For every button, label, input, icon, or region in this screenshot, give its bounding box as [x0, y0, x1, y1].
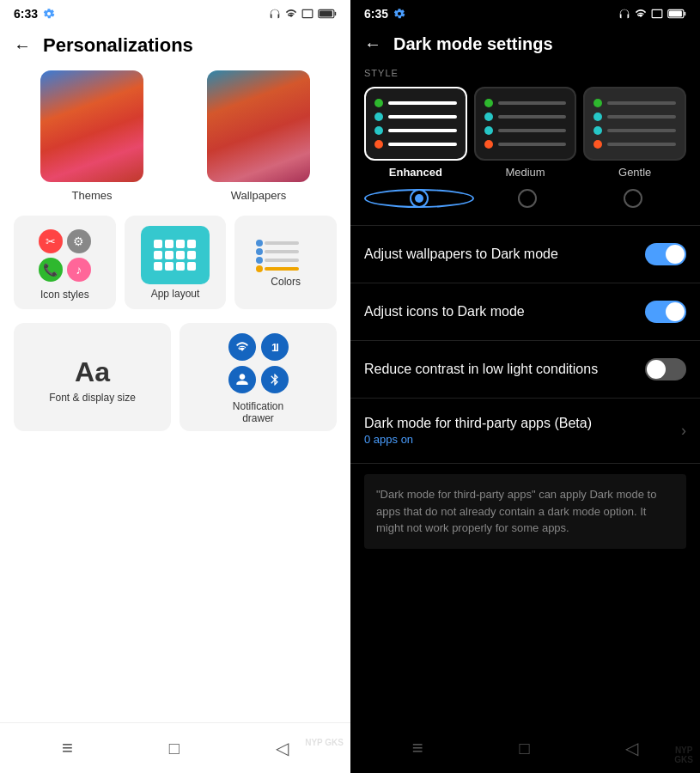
battery-icon-right [667, 9, 686, 19]
svg-rect-4 [669, 10, 682, 16]
left-menu-nav[interactable]: ≡ [62, 737, 73, 759]
radio-row [350, 186, 700, 222]
app-layout-dots [150, 236, 199, 274]
icon-gray: ⚙ [67, 229, 91, 253]
person-notif-icon [235, 373, 249, 386]
icon-styles-label: Icon styles [40, 289, 89, 301]
icon-red: ✂ [39, 229, 63, 253]
wifi-notif-icon [235, 340, 249, 354]
bluetooth-notif-icon [268, 373, 282, 386]
right-menu-nav[interactable]: ≡ [412, 737, 423, 759]
right-bottom-nav: ≡ □ ◁ NYP GKS [350, 723, 700, 773]
style-gentle[interactable]: Gentle [583, 87, 686, 179]
notif-icons-grid: 1l [225, 330, 292, 397]
radio-medium-container[interactable] [474, 189, 581, 208]
line-g3 [607, 129, 676, 132]
dot-green-1 [374, 99, 383, 107]
dot-orange-g [593, 140, 602, 149]
left-status-time: 6:33 [14, 7, 55, 21]
dot-teal-m1 [484, 113, 493, 121]
themes-thumbnail [40, 70, 143, 182]
toggle-wallpapers[interactable] [645, 243, 686, 265]
font-display: Aa [75, 356, 110, 388]
line-m4 [498, 143, 567, 146]
info-text: "Dark mode for third-party apps" can app… [376, 488, 656, 534]
font-label: Font & display size [49, 392, 136, 404]
notif-signal: 1l [261, 333, 289, 361]
toggle-row-icons: Adjust icons to Dark mode [350, 287, 700, 337]
wallpapers-item[interactable]: Wallpapers [180, 70, 337, 202]
color-dot-blue3 [256, 257, 263, 264]
style-medium-label: Medium [505, 166, 545, 179]
wifi-icon-right [635, 8, 647, 20]
radio-gentle-container[interactable] [580, 189, 686, 208]
secondary-grid: ✂ ⚙ 📞 ♪ Icon styles [0, 216, 350, 323]
third-party-title: Dark mode for third-party apps (Beta) [364, 416, 681, 431]
style-enhanced[interactable]: Enhanced [364, 87, 467, 179]
app-layout-label: App layout [151, 288, 200, 300]
right-back-button[interactable]: ← [364, 34, 381, 54]
svg-rect-5 [685, 12, 686, 16]
left-back-nav[interactable]: ◁ [276, 738, 289, 758]
line-1 [388, 101, 457, 105]
third-party-content: Dark mode for third-party apps (Beta) 0 … [364, 416, 681, 446]
style-gentle-card [583, 87, 686, 161]
screen-icon-right [651, 8, 663, 20]
right-time: 6:35 [364, 7, 388, 21]
style-medium-card [474, 87, 577, 161]
radio-gentle [624, 189, 642, 208]
toggle-contrast-label: Reduce contrast in low light conditions [364, 361, 645, 379]
font-notif-grid: Aa Font & display size 1l [0, 323, 350, 445]
app-layout-item[interactable]: App layout [125, 216, 227, 309]
status-bar-right: 6:35 [350, 0, 700, 24]
info-box: "Dark mode for third-party apps" can app… [364, 474, 686, 549]
dot-teal-1 [374, 113, 383, 121]
toggle-row-wallpapers: Adjust wallpapers to Dark mode [350, 229, 700, 279]
dot-teal-m2 [484, 126, 493, 135]
dot-orange-m [484, 140, 493, 149]
icon-styles-item[interactable]: ✂ ⚙ 📞 ♪ Icon styles [14, 216, 116, 309]
right-home-nav[interactable]: □ [519, 739, 529, 758]
left-watermark: NYP GKS [305, 738, 344, 747]
notification-item[interactable]: 1l Notification drawer [180, 323, 337, 431]
screen-icon-left [301, 8, 313, 20]
notification-label: Notification drawer [233, 400, 283, 424]
app-layout-preview [141, 226, 210, 284]
style-selector: Enhanced [350, 87, 700, 186]
left-page-title: Personalizations [43, 34, 193, 57]
left-home-nav[interactable]: □ [169, 739, 180, 758]
themes-item[interactable]: Themes [14, 70, 170, 202]
style-gentle-label: Gentle [618, 166, 651, 179]
dot-teal-g2 [593, 126, 602, 135]
left-status-icons [269, 8, 337, 20]
notif-person [228, 366, 256, 393]
line-4 [388, 143, 457, 146]
divider-5 [350, 463, 700, 464]
style-medium[interactable]: Medium [474, 87, 577, 179]
line-g2 [607, 115, 676, 119]
line-g4 [607, 143, 676, 146]
right-page-title: Dark mode settings [393, 34, 553, 54]
font-item[interactable]: Aa Font & display size [14, 323, 171, 431]
toggle-icons[interactable] [645, 301, 686, 323]
right-status-icons [618, 8, 686, 20]
line-m1 [498, 101, 567, 105]
colors-item[interactable]: Colors [234, 216, 337, 309]
line-3 [388, 129, 457, 132]
colors-preview [256, 240, 316, 272]
wallpapers-thumbnail [207, 70, 310, 182]
style-enhanced-label: Enhanced [389, 166, 442, 179]
dot-teal-g1 [593, 113, 602, 121]
headphone-icon-right [618, 8, 630, 20]
radio-inner-enhanced [415, 194, 423, 203]
battery-icon-left [318, 9, 337, 19]
toggle-contrast[interactable] [645, 358, 686, 380]
third-party-subtitle: 0 apps on [364, 433, 681, 446]
radio-enhanced[interactable] [364, 189, 474, 208]
headphone-icon [269, 8, 281, 20]
third-party-nav-row[interactable]: Dark mode for third-party apps (Beta) 0 … [350, 402, 700, 460]
divider-4 [350, 398, 700, 399]
left-back-button[interactable]: ← [14, 36, 31, 56]
icon-green: 📞 [39, 258, 63, 282]
right-back-nav[interactable]: ◁ [625, 738, 638, 758]
